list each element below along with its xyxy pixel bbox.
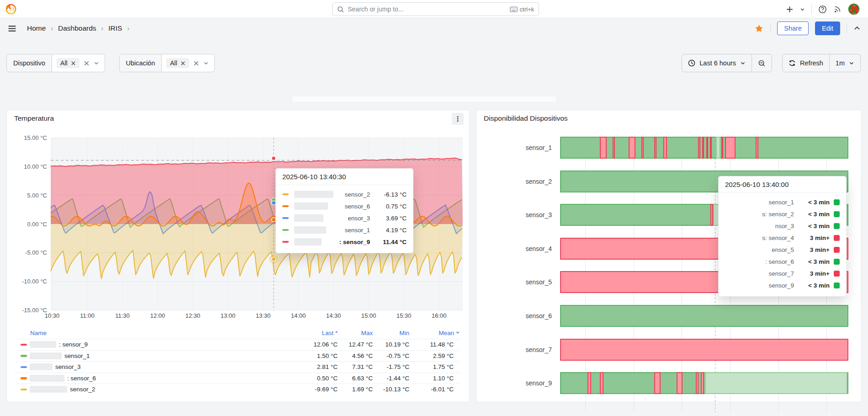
redacted-text <box>30 363 53 370</box>
redacted-text <box>30 375 64 382</box>
filter-value-select[interactable]: All <box>162 54 215 72</box>
svg-text:10.00 °C: 10.00 °C <box>24 163 47 170</box>
row-label: sensor_5 <box>476 271 552 293</box>
tooltip-row: ensor_33.69 °C <box>282 212 407 224</box>
refresh-button[interactable]: Refresh <box>783 54 829 72</box>
status-square <box>834 247 840 253</box>
row-label: sensor_9 <box>476 372 552 394</box>
search-input[interactable]: Search or jump to... ctrl+k <box>332 2 539 16</box>
svg-text:-15.00 °C: -15.00 °C <box>22 307 47 314</box>
status-row: sensor_6 <box>476 305 861 327</box>
header-divider <box>847 23 847 33</box>
mega-menu-toggle[interactable] <box>7 24 17 33</box>
panel-temperatura: Temperatura 10:3011:0011:3012:0012:3013:… <box>6 110 470 402</box>
refresh-group: Refresh 1m <box>782 54 861 72</box>
keyboard-icon <box>510 6 518 12</box>
add-new-chevron-icon[interactable] <box>800 7 805 12</box>
down-segment <box>756 137 758 159</box>
topbar-divider <box>811 4 812 14</box>
status-square <box>834 223 840 229</box>
background-artifact <box>292 96 556 101</box>
chevron-down-icon[interactable] <box>94 60 99 66</box>
status-square <box>834 283 840 288</box>
row-label: sensor_4 <box>476 238 552 260</box>
status-square <box>834 211 840 217</box>
status-bar <box>560 339 848 361</box>
filter-chip[interactable]: All <box>57 58 79 68</box>
refresh-interval-select[interactable]: 1m <box>829 54 860 72</box>
search-icon <box>337 6 344 13</box>
down-segment <box>600 137 607 159</box>
chevron-down-icon[interactable] <box>203 60 209 66</box>
grafana-dashboard: Search or jump to... ctrl+k <box>0 0 868 416</box>
row-label: sensor_3 <box>476 204 552 226</box>
down-segment <box>725 137 736 159</box>
legend-row[interactable]: : sensor_60.50 °C6.63 °C-1.44 °C1.10 °C <box>14 373 461 384</box>
panel-menu-button[interactable] <box>452 113 464 125</box>
legend-row[interactable]: : sensor_912.06 °C12.47 °C10.19 °C11.48 … <box>14 339 461 350</box>
legend-row[interactable]: sensor_32.81 °C7.31 °C-1.75 °C1.75 °C <box>14 361 461 373</box>
status-bar <box>560 305 848 327</box>
news-rss-icon[interactable] <box>833 5 842 13</box>
series-color-swatch <box>282 193 289 196</box>
header-divider <box>770 23 771 33</box>
share-button[interactable]: Share <box>777 21 809 35</box>
series-color-swatch <box>21 389 27 391</box>
collapse-chevron-up-icon[interactable] <box>853 25 861 32</box>
refresh-icon <box>789 59 796 67</box>
redacted-text <box>294 203 328 210</box>
series-color-swatch <box>282 241 289 243</box>
status-square <box>834 259 840 265</box>
chevron-down-icon <box>849 60 854 66</box>
series-color-swatch <box>21 366 27 368</box>
breadcrumb-iris[interactable]: IRIS <box>108 24 122 32</box>
time-range-picker[interactable]: Last 6 hours <box>682 54 752 72</box>
svg-text:14:00: 14:00 <box>291 312 306 319</box>
legend-row[interactable]: sensor_2-9.69 °C1.69 °C-10.13 °C-6.01 °C <box>14 384 461 395</box>
add-new-button[interactable] <box>786 5 794 13</box>
svg-text:16:00: 16:00 <box>432 312 447 319</box>
down-segment <box>706 137 708 159</box>
svg-text:11:30: 11:30 <box>115 312 130 319</box>
legend-row[interactable]: sensor_11.50 °C4.56 °C-0.75 °C2.59 °C <box>14 350 461 362</box>
svg-text:15:00: 15:00 <box>361 312 376 319</box>
status-square <box>834 199 840 205</box>
series-color-swatch <box>21 377 27 379</box>
tooltip-timestamp: 2025-06-10 13:40:30 <box>276 169 413 185</box>
clear-all-icon[interactable] <box>193 60 199 66</box>
edit-button[interactable]: Edit <box>815 21 840 35</box>
down-segment <box>641 137 643 159</box>
page-header: Home › Dashboards › IRIS › Share Edit <box>0 18 868 38</box>
help-icon[interactable] <box>818 5 827 14</box>
svg-text:12:30: 12:30 <box>185 312 201 319</box>
down-segment <box>654 372 661 394</box>
clear-all-icon[interactable] <box>84 60 90 66</box>
grafana-logo[interactable] <box>5 3 17 16</box>
status-bar <box>560 372 848 394</box>
svg-text:13:30: 13:30 <box>256 312 271 319</box>
down-segment <box>710 137 712 159</box>
redacted-text <box>294 226 326 234</box>
series-color-swatch <box>282 229 289 231</box>
svg-text:12:00: 12:00 <box>150 312 165 319</box>
temperature-tooltip: 2025-06-10 13:40:30 sensor_2-6.13 °Csens… <box>275 168 413 253</box>
filter-chip[interactable]: All <box>166 58 189 68</box>
tooltip-row: s: sensor_43 min+ <box>725 232 840 244</box>
filter-label: Dispositivo <box>6 54 52 72</box>
redacted-text <box>30 341 56 348</box>
breadcrumb-home[interactable]: Home <box>27 24 46 32</box>
svg-text:14:30: 14:30 <box>326 312 341 319</box>
sort-caret-icon <box>455 330 460 335</box>
tooltip-row: sensor_1< 3 min <box>725 196 840 208</box>
filter-value-select[interactable]: All <box>52 54 105 72</box>
down-segment <box>613 137 614 159</box>
series-color-swatch <box>282 205 289 208</box>
favorite-star-icon[interactable] <box>754 24 764 33</box>
zoom-out-button[interactable] <box>752 54 772 72</box>
breadcrumb-dashboards[interactable]: Dashboards <box>58 24 96 32</box>
user-avatar[interactable] <box>848 3 860 15</box>
breadcrumb: Home › Dashboards › IRIS › <box>27 24 129 32</box>
legend-header: NameLast *MaxMinMean <box>14 327 461 339</box>
status-row: sensor_9 <box>476 372 861 394</box>
chip-remove-icon <box>180 61 185 66</box>
